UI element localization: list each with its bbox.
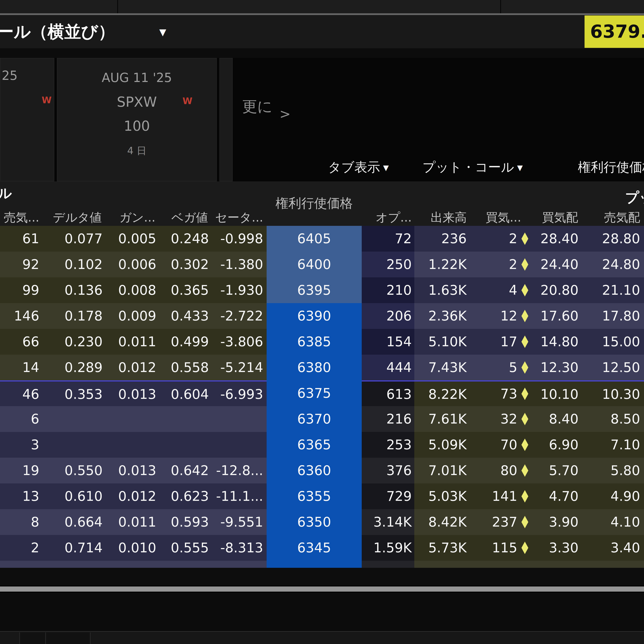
header-call-theta[interactable]: セータ... — [211, 209, 267, 226]
call-gamma-cell[interactable]: 0.011 — [105, 509, 159, 535]
put-volume-cell[interactable]: 1.22K — [414, 252, 470, 277]
put-ask-cell[interactable]: 10.30 — [581, 380, 644, 406]
put-volume-cell[interactable]: 2.36K — [414, 303, 470, 329]
call-gamma-cell[interactable]: 0.013 — [105, 458, 159, 483]
put-bid-size-cell[interactable]: 32 — [470, 406, 532, 432]
call-delta-cell[interactable]: 0.178 — [42, 303, 105, 329]
header-call-vega[interactable]: ベガ値 — [159, 209, 211, 226]
put-bid-cell[interactable]: 20.80 — [532, 277, 581, 303]
put-bid-size-cell[interactable]: 115 — [470, 535, 532, 561]
call-delta-cell[interactable]: 0.289 — [42, 355, 105, 380]
call-delta-cell[interactable]: 0.136 — [42, 277, 105, 303]
call-gamma-cell[interactable]: 0.012 — [105, 483, 159, 509]
strike-cell[interactable]: 6360 — [267, 458, 362, 483]
strike-cell[interactable]: 6395 — [267, 277, 362, 303]
call-gamma-cell[interactable]: 0.012 — [105, 355, 159, 380]
put-option-volume-cell[interactable]: 253 — [362, 432, 414, 458]
call-theta-cell[interactable]: -2.722 — [211, 303, 267, 329]
call-ask-size-cell[interactable]: 46 — [0, 380, 42, 406]
put-call-dropdown[interactable]: プット・コール▼ — [422, 158, 523, 176]
call-delta-cell[interactable]: 0.714 — [42, 535, 105, 561]
tab-expiry-previous[interactable]: 25 W — [0, 58, 54, 181]
strike-cell[interactable] — [267, 561, 362, 568]
strike-cell[interactable]: 6370 — [267, 406, 362, 432]
header-call-delta[interactable]: デルタ値 — [42, 209, 105, 226]
call-theta-cell[interactable] — [211, 432, 267, 458]
call-delta-cell[interactable]: 0.102 — [42, 252, 105, 277]
call-ask-size-cell[interactable]: 66 — [0, 329, 42, 355]
put-option-volume-cell[interactable]: 72 — [362, 226, 414, 252]
horizontal-splitter[interactable] — [0, 586, 644, 592]
put-option-volume-cell[interactable]: 250 — [362, 252, 414, 277]
put-bid-cell[interactable]: 8.40 — [532, 406, 581, 432]
put-volume-cell[interactable]: 7.43K — [414, 355, 470, 380]
call-delta-cell[interactable]: 0.353 — [42, 380, 105, 406]
call-ask-size-cell[interactable]: 3 — [0, 432, 42, 458]
put-ask-cell[interactable]: 21.10 — [581, 277, 644, 303]
put-bid-cell[interactable]: 3.30 — [532, 535, 581, 561]
put-volume-cell[interactable]: 7.01K — [414, 458, 470, 483]
call-vega-cell[interactable]: 0.433 — [159, 303, 211, 329]
header-put-volume[interactable]: 出来高 — [414, 209, 470, 226]
tab-expiry-partial[interactable] — [219, 58, 233, 181]
call-theta-cell[interactable]: -5.214 — [211, 355, 267, 380]
header-put-bid-size[interactable]: 買気... — [470, 209, 532, 226]
call-vega-cell[interactable]: 0.558 — [159, 355, 211, 380]
strike-filter-dropdown[interactable]: 権利行使価格 — [578, 158, 644, 176]
strike-cell[interactable]: 6365 — [267, 432, 362, 458]
call-vega-cell[interactable] — [159, 432, 211, 458]
put-bid-size-cell[interactable]: 141 — [470, 483, 532, 509]
call-theta-cell[interactable]: -0.998 — [211, 226, 267, 252]
put-volume-cell[interactable]: 8.42K — [414, 509, 470, 535]
put-option-volume-cell[interactable]: 376 — [362, 458, 414, 483]
header-put-ask[interactable]: 売気配 — [581, 209, 644, 226]
put-option-volume-cell[interactable]: 3.14K — [362, 509, 414, 535]
call-vega-cell[interactable]: 0.593 — [159, 509, 211, 535]
tab-display-dropdown[interactable]: タブ表示▼ — [328, 158, 389, 176]
call-gamma-cell[interactable]: 0.011 — [105, 329, 159, 355]
call-ask-size-cell[interactable]: 8 — [0, 509, 42, 535]
put-bid-size-cell[interactable]: 17 — [470, 329, 532, 355]
option-chain-row[interactable]: 920.1020.0060.302-1.38064002501.22K224.4… — [0, 252, 644, 277]
put-ask-cell[interactable]: 4.10 — [581, 509, 644, 535]
put-ask-cell[interactable]: 12.50 — [581, 355, 644, 380]
call-vega-cell[interactable] — [159, 561, 211, 568]
call-ask-size-cell[interactable]: 14 — [0, 355, 42, 380]
option-chain-row[interactable]: 610.0770.0050.248-0.998640572236228.4028… — [0, 226, 644, 252]
tab-expiry-active[interactable]: AUG 11 '25 SPXW W 100 4 日 — [57, 58, 217, 181]
call-vega-cell[interactable]: 0.248 — [159, 226, 211, 252]
put-ask-cell[interactable]: 28.80 — [581, 226, 644, 252]
put-bid-size-cell[interactable]: 73 — [470, 380, 532, 406]
strike-cell[interactable]: 6405 — [267, 226, 362, 252]
put-volume-cell[interactable]: 5.03K — [414, 483, 470, 509]
call-ask-size-cell[interactable]: 146 — [0, 303, 42, 329]
put-volume-cell[interactable] — [414, 561, 470, 568]
call-vega-cell[interactable]: 0.604 — [159, 380, 211, 406]
call-theta-cell[interactable]: -1.380 — [211, 252, 267, 277]
call-vega-cell[interactable]: 0.302 — [159, 252, 211, 277]
put-bid-cell[interactable]: 3.90 — [532, 509, 581, 535]
header-put-option-volume[interactable]: オプ... — [362, 209, 414, 226]
option-chain-row[interactable]: 140.2890.0120.558-5.21463804447.43K512.3… — [0, 355, 644, 380]
call-theta-cell[interactable]: -8.313 — [211, 535, 267, 561]
put-bid-cell[interactable] — [532, 561, 581, 568]
put-option-volume-cell[interactable]: 729 — [362, 483, 414, 509]
put-ask-cell[interactable]: 4.90 — [581, 483, 644, 509]
put-ask-cell[interactable]: 3.40 — [581, 535, 644, 561]
put-bid-size-cell[interactable]: 4 — [470, 277, 532, 303]
call-theta-cell[interactable]: -9.551 — [211, 509, 267, 535]
chevron-down-icon[interactable]: ▼ — [159, 15, 166, 48]
put-ask-cell[interactable]: 17.80 — [581, 303, 644, 329]
put-bid-size-cell[interactable]: 5 — [470, 355, 532, 380]
put-option-volume-cell[interactable] — [362, 561, 414, 568]
call-theta-cell[interactable] — [211, 406, 267, 432]
put-ask-cell[interactable]: 8.50 — [581, 406, 644, 432]
call-ask-size-cell[interactable]: 19 — [0, 458, 42, 483]
option-chain-row[interactable]: 80.6640.0110.593-9.55163503.14K8.42K2373… — [0, 509, 644, 535]
call-gamma-cell[interactable] — [105, 406, 159, 432]
call-ask-size-cell[interactable]: 13 — [0, 483, 42, 509]
call-theta-cell[interactable]: -3.806 — [211, 329, 267, 355]
put-volume-cell[interactable]: 7.61K — [414, 406, 470, 432]
put-bid-cell[interactable]: 14.80 — [532, 329, 581, 355]
call-ask-size-cell[interactable]: 92 — [0, 252, 42, 277]
